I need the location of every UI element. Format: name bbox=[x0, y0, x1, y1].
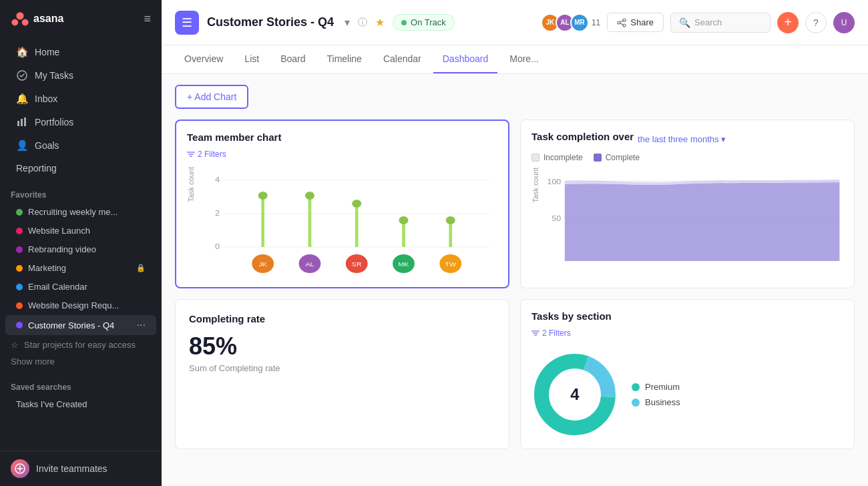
avatars-group[interactable]: JK AL MR 11 bbox=[541, 13, 600, 32]
donut-legend: Premium Business bbox=[632, 382, 680, 407]
user-avatar[interactable]: U bbox=[833, 12, 855, 33]
svg-point-39 bbox=[446, 216, 455, 224]
add-chart-button[interactable]: + Add Chart bbox=[175, 85, 248, 109]
team-member-filters[interactable]: 2 Filters bbox=[187, 150, 226, 159]
team-member-chart-card: Team member chart 2 Filters Task count bbox=[175, 119, 509, 288]
saved-searches-section: Saved searches Tasks I've Created bbox=[0, 375, 162, 414]
add-button[interactable]: + bbox=[777, 12, 799, 33]
avatar-count: 11 bbox=[592, 18, 600, 27]
search-box[interactable]: 🔍 Search bbox=[670, 13, 771, 33]
help-icon: ? bbox=[813, 17, 819, 28]
svg-text:2: 2 bbox=[215, 209, 220, 218]
svg-point-31 bbox=[352, 200, 361, 208]
completing-rate-subtitle: Sum of Completing rate bbox=[189, 363, 495, 373]
hamburger-icon[interactable]: ≡ bbox=[144, 12, 151, 26]
share-label: Share bbox=[630, 17, 654, 27]
invite-teammates[interactable]: Invite teammates bbox=[0, 451, 162, 486]
team-member-chart-title: Team member chart bbox=[187, 132, 497, 143]
sidebar-item-reporting[interactable]: Reporting bbox=[5, 158, 156, 179]
task-completion-header: Task completion over the last three mont… bbox=[531, 131, 843, 148]
tab-more[interactable]: More... bbox=[500, 45, 548, 73]
fav-item-customer-stories[interactable]: Customer Stories - Q4 ··· bbox=[5, 315, 156, 335]
svg-point-8 bbox=[623, 19, 626, 21]
fav-item-website-design[interactable]: Website Design Requ... bbox=[5, 296, 156, 314]
tab-dashboard-label: Dashboard bbox=[443, 53, 489, 64]
search-placeholder: Search bbox=[694, 17, 722, 27]
svg-line-12 bbox=[620, 23, 623, 25]
add-chart-label: + Add Chart bbox=[187, 91, 236, 102]
portfolios-icon bbox=[16, 116, 28, 128]
tab-overview[interactable]: Overview bbox=[175, 45, 232, 73]
share-button[interactable]: Share bbox=[607, 13, 664, 32]
menu-button[interactable]: ☰ bbox=[175, 11, 199, 35]
completing-rate-title: Completing rate bbox=[189, 313, 495, 324]
fav-dot-website-design bbox=[16, 302, 23, 309]
legend-incomplete-label: Incomplete bbox=[544, 153, 583, 162]
show-more[interactable]: Show more bbox=[0, 354, 162, 369]
fav-dot-email-calendar bbox=[16, 284, 23, 290]
fav-item-rebranding[interactable]: Rebranding video bbox=[5, 240, 156, 258]
sidebar-item-inbox[interactable]: 🔔 Inbox bbox=[5, 87, 156, 110]
svg-point-27 bbox=[305, 192, 314, 200]
legend-premium: Premium bbox=[632, 382, 680, 392]
favorites-list: Recruiting weekly me... Website Launch R… bbox=[0, 202, 162, 336]
bell-icon: 🔔 bbox=[16, 93, 28, 105]
tasks-created[interactable]: Tasks I've Created bbox=[5, 395, 156, 413]
bottom-charts: Completing rate 85% Sum of Completing ra… bbox=[175, 299, 855, 449]
favorites-section-title: Favorites bbox=[0, 182, 162, 202]
tasks-by-section-filters[interactable]: 2 Filters bbox=[531, 328, 571, 338]
avatar-3: MR bbox=[570, 13, 589, 32]
share-icon bbox=[617, 18, 626, 27]
star-projects-label: Star projects for easy access bbox=[24, 340, 136, 350]
sidebar-item-home[interactable]: 🏠 Home bbox=[5, 41, 156, 63]
complete-dot bbox=[594, 154, 602, 162]
time-range-selector[interactable]: the last three months ▾ bbox=[638, 134, 726, 144]
main-content: ☰ Customer Stories - Q4 ▾ ⓘ ★ On Track J… bbox=[162, 0, 868, 486]
svg-point-1 bbox=[11, 19, 18, 26]
fav-item-recruiting[interactable]: Recruiting weekly me... bbox=[5, 203, 156, 221]
sidebar-item-my-tasks-label: My Tasks bbox=[35, 70, 73, 81]
bar-chart-wrapper: Task count 4 2 0 bbox=[187, 167, 497, 276]
fav-item-marketing[interactable]: Marketing 🔒 bbox=[5, 259, 156, 277]
info-icon[interactable]: ⓘ bbox=[358, 17, 367, 29]
completing-rate-value: 85% bbox=[189, 332, 495, 360]
sidebar-item-goals[interactable]: 👤 Goals bbox=[5, 134, 156, 157]
svg-point-9 bbox=[618, 21, 620, 24]
area-chart-wrapper: Task count 100 50 bbox=[531, 168, 843, 270]
tasks-created-label: Tasks I've Created bbox=[16, 399, 87, 409]
svg-text:TW: TW bbox=[445, 261, 457, 268]
bar-chart-svg: 4 2 0 JK bbox=[200, 167, 497, 274]
tab-calendar[interactable]: Calendar bbox=[374, 45, 431, 73]
goals-icon: 👤 bbox=[16, 140, 28, 152]
header-right: JK AL MR 11 Share 🔍 Search + ? U bbox=[541, 12, 855, 33]
chevron-down-icon[interactable]: ▾ bbox=[345, 16, 350, 29]
filter-icon-2 bbox=[531, 330, 539, 336]
sidebar-nav: 🏠 Home My Tasks 🔔 Inbox Portfolios 👤 Goa… bbox=[0, 37, 162, 182]
sidebar-item-portfolios[interactable]: Portfolios bbox=[5, 111, 156, 134]
y-axis-label: Task count bbox=[187, 167, 195, 202]
svg-point-10 bbox=[623, 24, 626, 27]
asana-logo[interactable]: asana bbox=[11, 9, 63, 28]
tab-dashboard[interactable]: Dashboard bbox=[433, 45, 498, 73]
sidebar-item-my-tasks[interactable]: My Tasks bbox=[5, 64, 156, 87]
fav-item-email-calendar[interactable]: Email Calendar bbox=[5, 278, 156, 296]
tab-list[interactable]: List bbox=[235, 45, 268, 73]
help-button[interactable]: ? bbox=[805, 12, 827, 33]
star-projects[interactable]: ☆ Star projects for easy access bbox=[0, 336, 162, 354]
fav-item-website-launch[interactable]: Website Launch bbox=[5, 222, 156, 240]
more-options-icon[interactable]: ··· bbox=[137, 319, 146, 331]
fav-dot-recruiting bbox=[16, 209, 23, 216]
sidebar: asana ≡ 🏠 Home My Tasks 🔔 Inbox Portfoli… bbox=[0, 0, 162, 486]
tab-timeline[interactable]: Timeline bbox=[318, 45, 371, 73]
add-icon: + bbox=[784, 15, 792, 30]
project-title: Customer Stories - Q4 bbox=[207, 15, 334, 29]
svg-point-0 bbox=[16, 12, 23, 19]
business-dot bbox=[632, 399, 640, 407]
status-badge[interactable]: On Track bbox=[393, 14, 455, 31]
tab-board[interactable]: Board bbox=[271, 45, 314, 73]
check-icon bbox=[16, 69, 28, 81]
svg-text:SR: SR bbox=[352, 261, 362, 268]
legend-business: Business bbox=[632, 397, 680, 407]
star-filled-icon[interactable]: ★ bbox=[375, 16, 385, 29]
donut-center-value: 4 bbox=[570, 385, 579, 404]
